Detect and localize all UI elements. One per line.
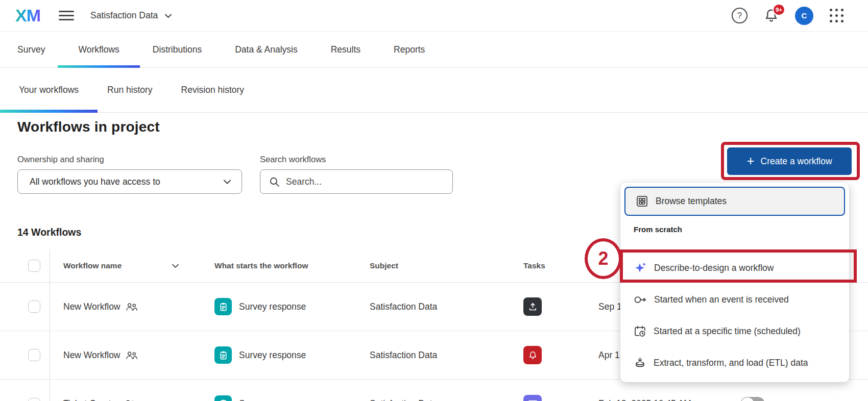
- menu-item-browse-templates[interactable]: Browse templates: [624, 187, 845, 216]
- tab-distributions[interactable]: Distributions: [153, 32, 202, 67]
- notifications-button[interactable]: 9+: [764, 8, 779, 23]
- menu-item-label: Describe-to-design a workflow: [654, 263, 774, 273]
- topbar-actions: ? 9+ C: [732, 7, 843, 25]
- chevron-down-icon: [164, 13, 172, 18]
- shared-users-icon: [126, 351, 137, 360]
- menu-item-scheduled[interactable]: Started at a specific time (scheduled): [620, 315, 849, 347]
- workflow-name[interactable]: New Workflow: [63, 302, 120, 312]
- annotation-step-number: 2: [598, 248, 608, 269]
- tab-survey[interactable]: Survey: [17, 32, 45, 67]
- search-box: [260, 169, 453, 194]
- menu-item-label: Browse templates: [656, 196, 727, 207]
- col-what-starts: What starts the workflow: [214, 261, 308, 270]
- menu-item-label: Started at a specific time (scheduled): [654, 326, 801, 337]
- search-filter-group: Search workflows: [260, 155, 453, 194]
- tab-results[interactable]: Results: [331, 32, 360, 67]
- upload-task-icon[interactable]: [523, 297, 542, 316]
- active-subtab-underline: [0, 110, 98, 113]
- avatar[interactable]: C: [795, 7, 813, 25]
- annotation-step-circle: 2: [585, 238, 622, 279]
- help-icon[interactable]: ?: [732, 8, 748, 23]
- subtab-revision-history[interactable]: Revision history: [181, 68, 245, 112]
- workflow-trigger: Survey response: [239, 302, 306, 312]
- create-workflow-label: Create a workflow: [761, 156, 832, 167]
- plus-icon: +: [746, 154, 754, 167]
- col-workflow-name: Workflow name: [63, 261, 122, 270]
- event-icon: [634, 295, 647, 305]
- notification-badge: 9+: [773, 4, 785, 16]
- survey-response-icon: [214, 395, 232, 401]
- project-name: Satisfaction Data: [90, 10, 158, 21]
- sort-chevron-icon[interactable]: [172, 264, 179, 268]
- xm-logo: XM: [15, 6, 40, 26]
- workflow-trigger: Survey response: [239, 398, 306, 401]
- workflow-date: Apr 1: [598, 350, 620, 361]
- sparkle-icon: [634, 261, 647, 274]
- hamburger-menu-icon[interactable]: [59, 8, 74, 23]
- calendar-clock-icon: [634, 325, 646, 338]
- menu-item-label: Extract, transform, and load (ETL) data: [654, 358, 808, 368]
- menu-item-etl-data[interactable]: Extract, transform, and load (ETL) data: [620, 347, 849, 379]
- shared-users-icon: [126, 303, 137, 311]
- survey-response-icon: [214, 298, 232, 315]
- search-label: Search workflows: [260, 155, 453, 164]
- row-checkbox[interactable]: [28, 349, 40, 361]
- table-row: Ticket Creator Survey response Sa: [0, 380, 868, 401]
- templates-icon: [636, 195, 648, 208]
- project-switcher[interactable]: Satisfaction Data: [90, 10, 172, 21]
- create-workflow-menu: Browse templates From scratch Describe-t…: [620, 183, 849, 382]
- workflows-sub-tabs: Your workflows Run history Revision hist…: [0, 68, 868, 113]
- menu-section-from-scratch: From scratch: [634, 225, 682, 234]
- subtab-run-history[interactable]: Run history: [107, 68, 153, 112]
- workflow-name[interactable]: Ticket Creator: [63, 398, 119, 401]
- tab-data-analysis[interactable]: Data & Analysis: [235, 32, 298, 67]
- create-workflow-button[interactable]: + Create a workflow: [727, 147, 852, 175]
- search-icon: [269, 177, 280, 187]
- menu-item-describe-to-design[interactable]: Describe-to-design a workflow: [620, 252, 849, 284]
- menu-items: Describe-to-design a workflow Started wh…: [620, 252, 849, 379]
- chevron-down-icon: [223, 179, 231, 185]
- topbar: XM Satisfaction Data ? 9+ C: [0, 0, 868, 32]
- workflow-enabled-toggle[interactable]: [740, 397, 765, 401]
- workflow-subject: Satisfaction Data: [370, 302, 437, 312]
- workflow-date: Feb 18, 2025 10:45 AM: [598, 398, 691, 401]
- subtab-your-workflows[interactable]: Your workflows: [19, 68, 79, 112]
- search-input[interactable]: [286, 177, 445, 187]
- menu-item-event-received[interactable]: Started when an event is received: [620, 284, 849, 315]
- tab-reports[interactable]: Reports: [394, 32, 425, 67]
- page-title: Workflows in project: [17, 119, 868, 135]
- survey-response-icon: [214, 346, 232, 364]
- ownership-filter-label: Ownership and sharing: [17, 155, 242, 164]
- menu-item-label: Started when an event is received: [654, 294, 789, 305]
- workflow-subject: Satisfaction Data: [370, 350, 437, 361]
- workflow-subject: Satisfaction Data: [370, 398, 437, 401]
- workflow-trigger: Survey response: [239, 350, 306, 361]
- tab-workflows[interactable]: Workflows: [78, 32, 119, 67]
- ticket-task-icon[interactable]: [523, 395, 542, 401]
- workflow-date: Sep 1: [598, 302, 622, 312]
- ownership-select[interactable]: All workflows you have access to: [17, 169, 242, 194]
- row-checkbox[interactable]: [28, 300, 40, 313]
- select-all-checkbox[interactable]: [28, 260, 40, 272]
- project-nav-tabs: Survey Workflows Distributions Data & An…: [0, 32, 868, 68]
- col-tasks: Tasks: [523, 261, 545, 270]
- ownership-filter-group: Ownership and sharing All workflows you …: [17, 155, 242, 194]
- row-checkbox[interactable]: [28, 398, 40, 401]
- etl-icon: [634, 357, 646, 369]
- bell-task-icon[interactable]: [523, 346, 542, 364]
- app-grid-icon[interactable]: [830, 9, 843, 22]
- col-subject: Subject: [370, 261, 398, 270]
- ownership-select-value: All workflows you have access to: [30, 177, 223, 187]
- workflow-name[interactable]: New Workflow: [63, 350, 120, 361]
